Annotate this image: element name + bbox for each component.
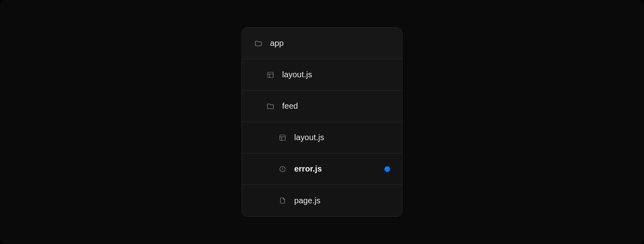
tree-item-label: app xyxy=(270,39,284,48)
error-icon xyxy=(278,165,287,174)
tree-item-label: page.js xyxy=(294,196,320,205)
folder-icon xyxy=(266,102,275,111)
tree-item-label: layout.js xyxy=(282,70,312,79)
status-dot-icon xyxy=(384,166,390,172)
layout-icon xyxy=(266,70,275,79)
svg-rect-0 xyxy=(268,72,273,78)
tree-item-error[interactable]: error.js xyxy=(242,153,402,185)
tree-item-label: feed xyxy=(282,101,298,111)
tree-item-app[interactable]: app xyxy=(242,28,402,59)
tree-item-label: layout.js xyxy=(294,133,324,142)
tree-item-page[interactable]: page.js xyxy=(242,185,402,216)
svg-point-8 xyxy=(282,170,283,170)
tree-item-label: error.js xyxy=(294,164,322,174)
svg-rect-3 xyxy=(280,135,285,141)
canvas: app layout.js feed xyxy=(0,0,644,244)
tree-item-feed[interactable]: feed xyxy=(242,91,402,122)
tree-item-layout-feed[interactable]: layout.js xyxy=(242,122,402,153)
tree-item-layout-root[interactable]: layout.js xyxy=(242,59,402,91)
folder-icon xyxy=(254,39,263,48)
layout-icon xyxy=(278,133,287,142)
file-tree-panel: app layout.js feed xyxy=(242,27,402,217)
file-icon xyxy=(278,196,287,205)
